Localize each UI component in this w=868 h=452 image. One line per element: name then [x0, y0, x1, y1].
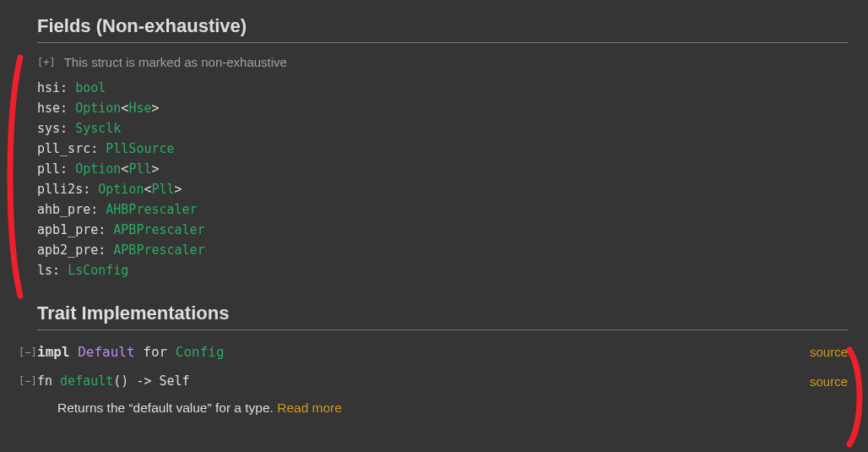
type-link-AHBPrescaler[interactable]: AHBPrescaler	[106, 202, 197, 217]
read-more-link[interactable]: Read more	[277, 400, 342, 415]
impl-default-config: [−] impl Default for Config source	[37, 344, 848, 360]
non-exhaustive-text: This struct is marked as non-exhaustive	[64, 55, 287, 69]
field-name[interactable]: pll_src:	[37, 141, 106, 156]
field-name[interactable]: apb1_pre:	[37, 222, 113, 237]
type-link-Hse[interactable]: Hse	[128, 101, 151, 116]
field-sys: sys: Sysclk	[37, 118, 848, 139]
fn-sig-rest: () -> Self	[113, 373, 189, 389]
field-apb1_pre: apb1_pre: APBPrescaler	[37, 220, 848, 240]
type-link-Pll[interactable]: Pll	[151, 182, 174, 197]
impl-toggle[interactable]: [−]	[19, 346, 37, 358]
fn-toggle[interactable]: [−]	[19, 375, 37, 387]
field-plli2s: plli2s: Option<Pll>	[37, 179, 848, 199]
angle-bracket: >	[175, 182, 182, 197]
type-link-Pll[interactable]: Pll	[128, 161, 151, 177]
type-link-Option[interactable]: Option	[75, 101, 121, 116]
fields-list: hsi: boolhse: Option<Hse>sys: Sysclkpll_…	[37, 78, 848, 280]
kw-fn: fn	[37, 373, 52, 389]
field-ahb_pre: ahb_pre: AHBPrescaler	[37, 199, 848, 220]
fn-doc-text: Returns the “default value” for a type.	[57, 400, 277, 415]
kw-impl: impl	[37, 344, 70, 360]
field-name[interactable]: apb2_pre:	[37, 242, 113, 258]
non-exhaustive-expander[interactable]: [+]	[37, 57, 56, 68]
type-link-Option[interactable]: Option	[75, 161, 121, 177]
field-ls: ls: LsConfig	[37, 260, 848, 280]
kw-for: for	[143, 344, 167, 360]
field-name[interactable]: hse:	[37, 101, 75, 116]
field-name[interactable]: sys:	[37, 121, 75, 136]
type-link-Option[interactable]: Option	[98, 182, 144, 197]
fn-source-link[interactable]: source	[810, 374, 848, 389]
trait-impl-header: Trait Implementations	[37, 302, 848, 330]
field-name[interactable]: ahb_pre:	[37, 202, 106, 217]
annotation-right-arc	[844, 346, 868, 448]
type-link-APBPrescaler[interactable]: APBPrescaler	[113, 242, 204, 258]
annotation-left-arc	[2, 54, 25, 299]
type-link-APBPrescaler[interactable]: APBPrescaler	[113, 222, 204, 237]
type-link-LsConfig[interactable]: LsConfig	[68, 263, 128, 278]
field-apb2_pre: apb2_pre: APBPrescaler	[37, 240, 848, 260]
prim-link-bool[interactable]: bool	[75, 80, 106, 95]
fn-default: [−] fn default() -> Self source	[37, 373, 848, 389]
impl-source-link[interactable]: source	[810, 345, 848, 359]
fn-doc: Returns the “default value” for a type. …	[57, 400, 848, 416]
field-name[interactable]: hsi:	[37, 80, 75, 95]
fn-default-link[interactable]: default	[60, 373, 113, 389]
field-pll_src: pll_src: PllSource	[37, 139, 848, 159]
type-link-Sysclk[interactable]: Sysclk	[75, 121, 121, 136]
trait-default-link[interactable]: Default	[78, 344, 134, 360]
fields-header: Fields (Non-exhaustive)	[37, 15, 848, 43]
field-pll: pll: Option<Pll>	[37, 159, 848, 179]
field-hse: hse: Option<Hse>	[37, 98, 848, 118]
angle-bracket: >	[151, 161, 159, 177]
field-name[interactable]: ls:	[37, 263, 68, 278]
field-name[interactable]: pll:	[37, 161, 75, 177]
type-config-link[interactable]: Config	[176, 344, 225, 360]
angle-bracket: >	[151, 101, 159, 116]
field-hsi: hsi: bool	[37, 78, 848, 98]
type-link-PllSource[interactable]: PllSource	[106, 141, 174, 156]
field-name[interactable]: plli2s:	[37, 182, 98, 197]
